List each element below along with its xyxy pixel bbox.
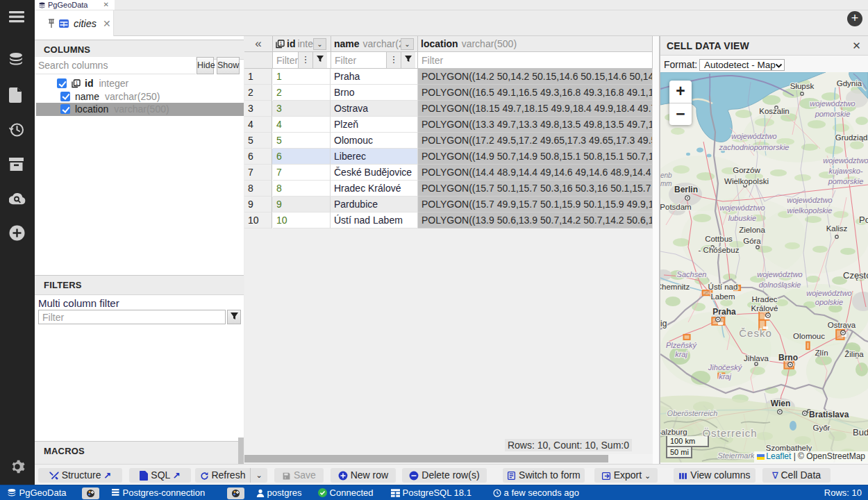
svg-text:województwo: województwo [719,203,765,212]
svg-text:Słupsk: Słupsk [790,82,815,90]
svg-text:lubuskie: lubuskie [728,214,756,222]
svg-text:Jihočeský: Jihočeský [708,363,743,372]
svg-text:województwo: województwo [823,156,868,165]
svg-text:kraj: kraj [675,350,687,358]
svg-text:Częstochowa: Częstochowa [843,270,868,281]
svg-text:województwo: województwo [731,132,776,140]
svg-text:Ústí nad: Ústí nad [708,283,738,291]
svg-text:opolskie: opolskie [815,298,843,306]
svg-text:województwo: województwo [806,289,851,297]
svg-text:województwo: województwo [757,270,802,278]
svg-text:Salzburg: Salzburg [660,428,687,436]
svg-text:Zielona: Zielona [739,226,765,234]
svg-text:Labem: Labem [710,292,735,301]
svg-text:Jihlava: Jihlava [744,354,769,362]
svg-text:Kalisz: Kalisz [826,224,848,233]
svg-text:Bratislava: Bratislava [809,410,849,419]
svg-text:mm: mm [660,180,672,188]
svg-text:województwo: województwo [810,99,855,108]
svg-text:Cottbus: Cottbus [705,235,733,243]
svg-text:Berlin: Berlin [674,185,698,194]
svg-text:Chemnitz: Chemnitz [660,283,690,291]
svg-text:Olomouc: Olomouc [793,332,825,340]
svg-text:pomorskie: pomorskie [815,110,851,118]
svg-text:Zlín: Zlín [815,349,828,357]
svg-text:Praha: Praha [712,307,736,317]
svg-text:Poznań: Poznań [859,215,868,225]
svg-text:zachodniopomorskie: zachodniopomorskie [719,143,790,151]
svg-text:Budapest: Budapest [853,427,868,438]
svg-text:Győr: Győr [813,424,831,432]
svg-text:Česko: Česko [739,327,772,339]
svg-text:Hradec: Hradec [751,295,777,303]
svg-text:Gdynia: Gdynia [837,79,862,88]
svg-text:pomorskie: pomorskie [828,177,864,185]
svg-text:Potsdam: Potsdam [660,203,692,211]
svg-text:1: 1 [280,40,283,45]
svg-text:Brno: Brno [778,353,798,362]
svg-text:Žilina: Žilina [844,350,864,358]
svg-text:Plzeňský: Plzeňský [666,341,698,349]
svg-text:Ostrava: Ostrava [828,321,856,329]
svg-text:Gorzów: Gorzów [733,166,760,174]
svg-text:Österreich: Österreich [702,427,757,439]
svg-text:wielkopolskie: wielkopolskie [787,206,833,215]
svg-text:Steiermark: Steiermark [717,451,755,460]
svg-text:Králové: Králové [751,304,778,312]
svg-text:enb: enb [660,172,672,179]
svg-text:Grudziądz: Grudziądz [835,133,868,142]
svg-text:Sachsen: Sachsen [677,270,707,278]
svg-text:dolnośląskie: dolnośląskie [759,281,801,289]
svg-text:Koszalin: Koszalin [759,107,789,115]
svg-text:kraj: kraj [719,372,731,381]
svg-text:- Chóśebuz: - Chóśebuz [699,246,740,254]
svg-text:ig: ig [660,319,667,328]
svg-text:województwo: województwo [787,196,832,204]
svg-text:Góra: Góra [743,237,761,245]
svg-text:1: 1 [76,80,78,85]
svg-text:Wielkopolski: Wielkopolski [724,177,769,185]
svg-text:Wien: Wien [771,399,791,408]
svg-text:Oberösterreich: Oberösterreich [667,409,718,417]
svg-text:kujawsko-: kujawsko- [829,167,863,175]
